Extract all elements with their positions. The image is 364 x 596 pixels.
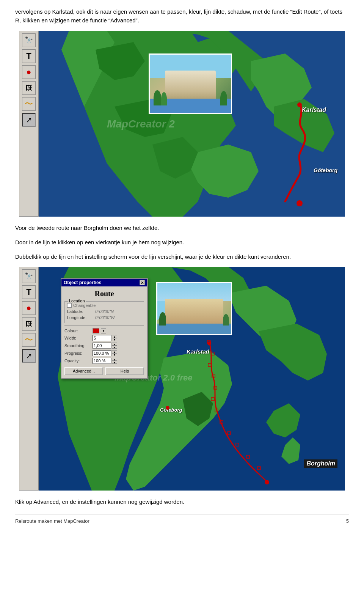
progress-row: Progress: ▲ ▼ xyxy=(64,350,144,356)
progress-input-group: ▲ ▼ xyxy=(93,350,117,356)
footer-page-number: 5 xyxy=(346,518,349,524)
goteborg-label-2: Göteborg xyxy=(160,407,182,413)
smoothing-label: Smoothing: xyxy=(64,343,91,348)
width-input[interactable] xyxy=(93,335,111,341)
smoothing-input-group: ▲ ▼ xyxy=(93,343,117,349)
colour-box[interactable] xyxy=(93,328,99,333)
mid-text-2: Door in de lijn te klikken op een vierka… xyxy=(15,238,349,247)
borgholm-label: Borgholm xyxy=(304,459,337,468)
changeable-label: Changeable xyxy=(73,303,96,308)
mid-text-3: Dubbelklik op de lijn en het instelling … xyxy=(15,252,349,261)
help-button[interactable]: Help xyxy=(105,367,144,375)
intro-paragraph: vervolgens op Karlstad, ook dit is naar … xyxy=(15,8,349,25)
map1-area: Karlstad Göteborg MapCreator 2 xyxy=(39,31,345,217)
dialog-close-button[interactable]: ✕ xyxy=(140,280,145,285)
toolbar2-cursor[interactable]: ↗ xyxy=(22,349,36,363)
object-properties-dialog: Object properties ✕ Route Location Chang… xyxy=(61,278,148,379)
map2-area: Object properties ✕ Route Location Chang… xyxy=(39,267,345,491)
colour-row: Colour: ▼ xyxy=(64,328,144,333)
changeable-checkbox[interactable] xyxy=(67,303,72,308)
longitude-row: Longitude: 0°00'00"W xyxy=(67,315,141,320)
toolbar-text[interactable]: T xyxy=(22,49,36,63)
opacity-input[interactable] xyxy=(93,358,111,364)
toolbar1: 🔭 T ● 🖼 〜 ↗ xyxy=(19,31,39,217)
width-input-group: ▲ ▼ xyxy=(93,335,117,341)
toolbar-route[interactable]: 〜 xyxy=(22,97,36,111)
longitude-value: 0°00'00"W xyxy=(95,315,115,320)
smoothing-spin: ▲ ▼ xyxy=(112,343,117,349)
dialog-titlebar: Object properties ✕ xyxy=(61,279,147,286)
width-spin-up[interactable]: ▲ xyxy=(112,335,117,338)
karlstad-label: Karlstad xyxy=(302,107,326,113)
map2-container: 🔭 T ● 🖼 〜 ↗ xyxy=(19,267,345,491)
toolbar2-route[interactable]: 〜 xyxy=(22,333,36,347)
changeable-row: Changeable xyxy=(67,303,141,308)
colour-label: Colour: xyxy=(64,329,91,333)
divider-1 xyxy=(64,326,144,326)
toolbar2-circle[interactable]: ● xyxy=(22,301,36,315)
location-legend: Location xyxy=(68,299,86,303)
goteborg-label: Göteborg xyxy=(314,167,337,173)
toolbar-image[interactable]: 🖼 xyxy=(22,81,36,95)
photo-inset-2 xyxy=(156,282,232,335)
latitude-label: Latitude: xyxy=(67,309,94,314)
opacity-spin-up[interactable]: ▲ xyxy=(112,358,117,361)
advanced-button[interactable]: Advanced... xyxy=(64,367,103,375)
width-label: Width: xyxy=(64,336,91,340)
dialog-route-title: Route xyxy=(64,289,144,298)
photo-inset-1 xyxy=(149,53,232,114)
opacity-spin-down[interactable]: ▼ xyxy=(112,361,117,364)
map1-container: 🔭 T ● 🖼 〜 ↗ xyxy=(19,31,345,217)
footer-left: Reisroute maken met MapCreator xyxy=(15,518,89,524)
location-group: Location Changeable Latitude: 0°00'00"N … xyxy=(64,301,144,323)
opacity-label: Opacity: xyxy=(64,359,91,363)
dialog-buttons: Advanced... Help xyxy=(64,367,144,375)
karlstad-label-2: Karlstad xyxy=(187,348,209,355)
width-spin: ▲ ▼ xyxy=(112,335,117,341)
toolbar2-text[interactable]: T xyxy=(22,285,36,299)
opacity-spin: ▲ ▼ xyxy=(112,358,117,364)
smoothing-spin-down[interactable]: ▼ xyxy=(112,346,117,349)
opacity-input-group: ▲ ▼ xyxy=(93,358,117,364)
latitude-row: Latitude: 0°00'00"N xyxy=(67,309,141,314)
toolbar-binoculars[interactable]: 🔭 xyxy=(22,33,36,47)
progress-spin-up[interactable]: ▲ xyxy=(112,350,117,353)
width-row: Width: ▲ ▼ xyxy=(64,335,144,341)
smoothing-spin-up[interactable]: ▲ xyxy=(112,343,117,346)
longitude-label: Longitude: xyxy=(67,315,94,320)
progress-spin: ▲ ▼ xyxy=(112,350,117,356)
colour-dropdown-arrow[interactable]: ▼ xyxy=(101,328,106,333)
smoothing-input[interactable] xyxy=(93,343,111,349)
map1-watermark: MapCreator 2 xyxy=(107,118,175,130)
opacity-row: Opacity: ▲ ▼ xyxy=(64,358,144,364)
toolbar-circle[interactable]: ● xyxy=(22,65,36,79)
width-spin-down[interactable]: ▼ xyxy=(112,338,117,341)
smoothing-row: Smoothing: ▲ ▼ xyxy=(64,343,144,349)
latitude-value: 0°00'00"N xyxy=(95,309,114,314)
toolbar2: 🔭 T ● 🖼 〜 ↗ xyxy=(19,267,39,491)
footer: Reisroute maken met MapCreator 5 xyxy=(15,514,349,524)
outro-paragraph: Klik op Advanced, en de instellingen kun… xyxy=(15,497,349,506)
progress-spin-down[interactable]: ▼ xyxy=(112,353,117,356)
toolbar2-binoculars[interactable]: 🔭 xyxy=(22,269,36,283)
dialog-body: Route Location Changeable Latitude: 0°00… xyxy=(61,286,147,378)
toolbar-cursor[interactable]: ↗ xyxy=(22,113,36,127)
progress-input[interactable] xyxy=(93,350,111,356)
toolbar2-image[interactable]: 🖼 xyxy=(22,317,36,331)
dialog-title-text: Object properties xyxy=(64,280,101,285)
progress-label: Progress: xyxy=(64,351,91,355)
mid-text-1: Voor de tweede route naar Borgholm doen … xyxy=(15,223,349,233)
